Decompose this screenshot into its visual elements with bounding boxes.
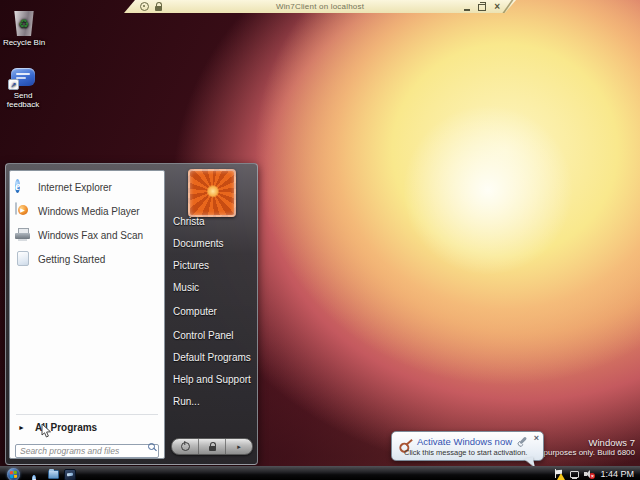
windows-flag-icon <box>10 470 17 477</box>
search-box <box>15 440 159 454</box>
media-player-icon: ▶ <box>15 203 31 219</box>
warning-icon <box>557 473 565 480</box>
network-icon[interactable] <box>569 470 579 479</box>
vm-connection-bar[interactable]: Win7Client on localhost × <box>124 0 516 13</box>
media-player-icon <box>64 469 76 480</box>
expand-arrow-icon: ► <box>18 424 25 431</box>
start-menu-item-internet-explorer[interactable]: e Internet Explorer <box>10 175 164 199</box>
start-menu-user-name[interactable]: Christa <box>173 216 205 227</box>
power-options-arrow[interactable]: ▸ <box>225 439 252 454</box>
desktop-icon-label: Send feedback <box>1 91 45 109</box>
internet-explorer-icon: e <box>15 179 31 195</box>
padlock-icon <box>209 446 216 451</box>
start-menu-item-run[interactable]: Run... <box>173 396 200 407</box>
start-menu-item-windows-fax-and-scan[interactable]: Windows Fax and Scan <box>10 223 164 247</box>
folder-icon <box>48 470 59 479</box>
taskbar-windows-explorer-button[interactable] <box>48 469 59 480</box>
window-title: Win7Client on localhost <box>124 2 516 11</box>
mouse-cursor <box>41 423 52 439</box>
internet-explorer-icon: e <box>32 475 36 480</box>
menu-separator <box>16 414 158 415</box>
recycle-bin-icon: ♻ <box>13 11 35 36</box>
start-menu-item-help-and-support[interactable]: Help and Support <box>173 374 251 385</box>
desktop-icon-send-feedback[interactable]: ↗ Send feedback <box>1 68 45 109</box>
notification-close-button[interactable]: × <box>534 433 539 443</box>
all-programs-button[interactable]: ► All Programs <box>10 418 164 436</box>
start-menu-item-documents[interactable]: Documents <box>173 238 224 249</box>
taskbar: e × 1:44 PM <box>0 466 640 480</box>
start-menu-item-control-panel[interactable]: Control Panel <box>173 330 234 341</box>
lock-button[interactable] <box>198 439 225 454</box>
start-menu-item-pictures[interactable]: Pictures <box>173 260 209 271</box>
start-menu-item-computer[interactable]: Computer <box>173 306 217 317</box>
notification-message[interactable]: Click this message to start activation. <box>404 448 527 457</box>
desktop-wallpaper: Win7Client on localhost × ♻ Recycle Bin … <box>0 0 640 480</box>
start-menu-item-getting-started[interactable]: Getting Started <box>10 247 164 271</box>
start-menu-item-default-programs[interactable]: Default Programs <box>173 352 251 363</box>
getting-started-icon <box>15 251 31 267</box>
desktop-icon-recycle-bin[interactable]: ♻ Recycle Bin <box>2 11 46 47</box>
taskbar-media-player-button[interactable] <box>64 469 75 480</box>
shutdown-button[interactable] <box>172 439 198 454</box>
close-button[interactable]: × <box>494 0 500 13</box>
shortcut-arrow-icon: ↗ <box>8 79 19 90</box>
start-menu-item-windows-media-player[interactable]: ▶ Windows Media Player <box>10 199 164 223</box>
volume-muted-icon[interactable]: × <box>584 469 595 479</box>
search-input[interactable] <box>15 444 159 458</box>
chevron-right-icon: ▸ <box>237 443 241 451</box>
desktop-icon-label: Recycle Bin <box>2 38 46 47</box>
start-menu-item-music[interactable]: Music <box>173 282 199 293</box>
user-avatar[interactable] <box>188 169 236 217</box>
start-menu-left-panel: e Internet Explorer ▶ Windows Media Play… <box>9 170 165 459</box>
taskbar-clock[interactable]: 1:44 PM <box>600 469 634 479</box>
action-center-icon[interactable] <box>554 469 564 479</box>
power-button-group: ▸ <box>171 438 253 455</box>
mute-badge: × <box>589 473 595 479</box>
notification-title[interactable]: Activate Windows now <box>417 436 512 447</box>
activation-notification[interactable]: Activate Windows now Click this message … <box>391 431 544 461</box>
start-button[interactable] <box>7 468 20 480</box>
power-icon <box>181 442 190 451</box>
restore-button[interactable] <box>478 4 486 11</box>
taskbar-internet-explorer-button[interactable]: e <box>32 469 43 480</box>
system-tray: × 1:44 PM <box>554 467 634 480</box>
start-menu: e Internet Explorer ▶ Windows Media Play… <box>5 163 258 465</box>
fax-scan-icon <box>15 227 31 243</box>
minimize-button[interactable] <box>464 9 470 11</box>
search-icon <box>148 443 155 450</box>
wrench-icon[interactable] <box>519 437 526 444</box>
